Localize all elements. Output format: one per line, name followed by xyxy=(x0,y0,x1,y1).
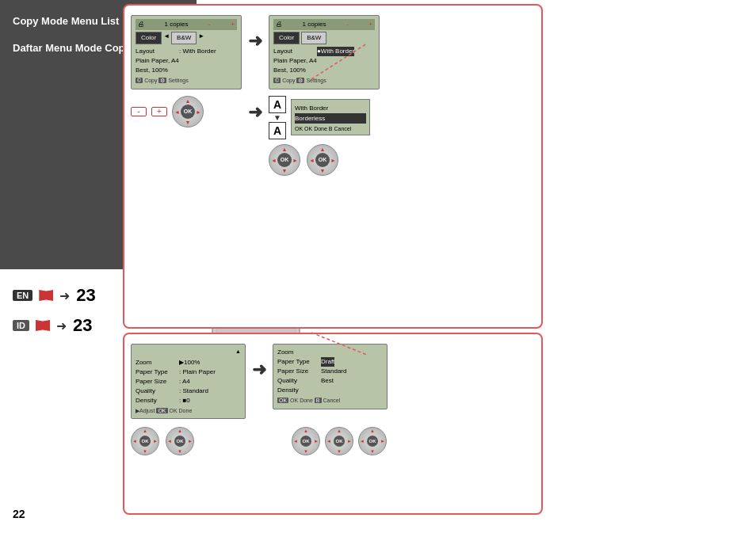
bottom-lcd-row: ▲ Zoom ▶100% Paper Type : Plain Paper Pa… xyxy=(131,344,535,419)
blcd1-zoom-label: Zoom xyxy=(136,358,179,367)
dpad-2-center[interactable]: OK xyxy=(277,153,292,167)
blcd1-quality-value: : Standard xyxy=(179,386,208,396)
lcd2-layout-value: ●With Border xyxy=(317,47,354,56)
bottom-dpad-3[interactable]: OK ▲ ▼ ◄ ► xyxy=(292,427,320,455)
border-select-row: A ▼ A With Border Borderless OK OK Done xyxy=(269,96,399,139)
bottom-dpad-5-center[interactable]: OK xyxy=(367,436,378,447)
lcd2-tab-color: Color xyxy=(273,32,300,44)
page-num-id: 23 xyxy=(73,315,92,336)
lcd1-quality: Best, 100% xyxy=(136,66,237,75)
dpad-1[interactable]: OK ▲ ▼ ◄ ► xyxy=(172,96,204,128)
book-icon-en xyxy=(39,290,53,301)
blcd2-quality: Quality Best xyxy=(277,376,383,386)
dpad-2-up: ▲ xyxy=(282,147,288,152)
blcd2-cancel-label: Cancel xyxy=(323,398,340,403)
lcd1-tabs: Color ◄ B&W ► xyxy=(136,32,237,44)
bottom-dpad-2[interactable]: OK ▲ ▼ ◄ ► xyxy=(166,427,194,455)
lcd1-tab-arrow2: ► xyxy=(198,32,204,44)
dpad-3-left: ◄ xyxy=(309,157,315,162)
lcd2-footer: © Copy ⚙ Settings xyxy=(273,77,375,86)
bottom-lcd-1: ▲ Zoom ▶100% Paper Type : Plain Paper Pa… xyxy=(131,344,246,419)
arrow-en: ➜ xyxy=(59,288,70,303)
bottom-dpad-group1: OK ▲ ▼ ◄ ► OK ▲ ▼ ◄ ► xyxy=(131,427,246,455)
top-nav-row: - + OK ▲ ▼ ◄ ► ➜ A ▼ A xyxy=(131,96,535,176)
dpad-2-down: ▼ xyxy=(282,168,288,173)
bottom-lcd-2: Zoom Paper Type Draft Paper Size Standar… xyxy=(273,344,388,409)
plus-btn-1[interactable]: + xyxy=(151,107,167,116)
dpad-3[interactable]: OK ▲ ▼ ◄ ► xyxy=(307,144,338,176)
bottom-dpad-1[interactable]: OK ▲ ▼ ◄ ► xyxy=(131,427,159,455)
down-arrow-a: ▼ xyxy=(273,113,281,122)
lcd2-copy-key: © xyxy=(273,78,281,83)
lcd2-layout-row: Layout ●With Border xyxy=(273,47,375,56)
page-num-en: 23 xyxy=(76,285,95,306)
lcd1-tab-bw: B&W xyxy=(171,32,197,44)
lcd1-paper: Plain Paper, A4 xyxy=(136,56,237,66)
arrow-id: ➜ xyxy=(56,318,67,333)
lcd2-tab-bw: B&W xyxy=(301,32,326,44)
minus-btn-1[interactable]: - xyxy=(131,107,147,116)
lcd1-controls: - + OK ▲ ▼ ◄ ► xyxy=(131,96,242,128)
dpad-3-down: ▼ xyxy=(320,168,326,173)
dpad-2-right: ► xyxy=(292,157,298,162)
blcd1-zoom-value: ▶100% xyxy=(179,358,200,367)
bottom-panel: ▲ Zoom ▶100% Paper Type : Plain Paper Pa… xyxy=(123,333,543,515)
lcd1-settings-label: Settings xyxy=(168,78,188,83)
page-number: 22 xyxy=(13,508,25,520)
blcd1-zoom: Zoom ▶100% xyxy=(136,358,241,367)
dpad-1-center[interactable]: OK xyxy=(181,105,195,119)
arrow-lcd1-to-lcd2: ➜ xyxy=(248,31,262,51)
lcd1-tab-arrow: ◄ xyxy=(163,32,170,44)
blcd1-density-label: Density xyxy=(136,396,179,405)
lcd-screen-1: 🖨 1 copies - + Color ◄ B&W ► Layout : Wi… xyxy=(131,15,242,89)
bottom-dpad-4-center[interactable]: OK xyxy=(334,436,345,447)
blcd2-papertype: Paper Type Draft xyxy=(277,357,383,367)
bottom-dpad-3-center[interactable]: OK xyxy=(300,436,311,447)
dpad-3-right: ► xyxy=(330,157,336,162)
lcd2-settings-key: ⚙ xyxy=(296,78,304,83)
bottom-dpad-group2: OK ▲ ▼ ◄ ► OK ▲ ▼ ◄ ► OK ▲ ▼ ◄ ► xyxy=(292,427,387,455)
letter-a-top: A xyxy=(269,96,286,113)
lang-badge-id: ID xyxy=(13,320,29,331)
dpad-1-down: ▼ xyxy=(185,120,191,125)
done-label: OK Done xyxy=(304,126,327,131)
blcd2-papersize: Paper Size Standard xyxy=(277,367,383,376)
arrow-to-border-select: ➜ xyxy=(248,102,262,123)
bottom-dpad-2-center[interactable]: OK xyxy=(174,436,185,447)
blcd2-papertype-label: Paper Type xyxy=(277,357,321,367)
blcd2-density: Density xyxy=(277,386,383,395)
lcd2-copies: 1 copies xyxy=(303,20,326,29)
lcd1-minus: - xyxy=(208,20,211,29)
book-icon-id xyxy=(36,320,50,331)
bottom-dpad-row: OK ▲ ▼ ◄ ► OK ▲ ▼ ◄ ► OK ▲ ▼ ◄ ► xyxy=(131,427,535,455)
lcd2-quality: Best, 100% xyxy=(273,66,375,75)
lcd1-layout-label: Layout xyxy=(136,47,179,56)
bottom-dpad-1-center[interactable]: OK xyxy=(139,436,151,447)
dpad-1-right: ► xyxy=(196,109,201,114)
lcd1-copy-key: © xyxy=(136,78,143,83)
lcd2-tabs: Color B&W xyxy=(273,32,375,44)
done-key: OK xyxy=(295,126,303,131)
blcd2-footer: OK OK Done B Cancel xyxy=(277,397,383,405)
lcd2-minus: - xyxy=(346,20,349,29)
dpad-3-up: ▲ xyxy=(320,147,326,152)
opt-borderless: Borderless xyxy=(295,113,366,124)
blcd1-papertype-label: Paper Type xyxy=(136,367,179,377)
lcd1-copy-icon: 🖨 xyxy=(138,20,144,29)
lcd2-header: 🖨 1 copies - + xyxy=(273,19,375,30)
blcd1-done-label: OK Done xyxy=(170,408,193,413)
blcd2-cancel-key: B xyxy=(315,398,322,403)
blcd2-zoom-label: Zoom xyxy=(277,348,321,357)
lcd1-tab-color: Color xyxy=(136,32,162,44)
top-lcd-row: 🖨 1 copies - + Color ◄ B&W ► Layout : Wi… xyxy=(131,15,535,89)
bottom-dpad-5[interactable]: OK ▲ ▼ ◄ ► xyxy=(358,427,387,455)
blcd1-triangle: ▲ xyxy=(136,348,241,356)
dpad-2[interactable]: OK ▲ ▼ ◄ ► xyxy=(269,144,300,176)
lcd1-layout-row: Layout : With Border xyxy=(136,47,237,56)
bottom-dpad-4[interactable]: OK ▲ ▼ ◄ ► xyxy=(325,427,353,455)
lcd2-paper: Plain Paper, A4 xyxy=(273,56,375,66)
blcd1-quality: Quality : Standard xyxy=(136,386,241,396)
cancel-label: Cancel xyxy=(334,126,351,131)
dpad-3-center[interactable]: OK xyxy=(315,153,330,167)
lcd2-copy-icon: 🖨 xyxy=(276,20,282,29)
